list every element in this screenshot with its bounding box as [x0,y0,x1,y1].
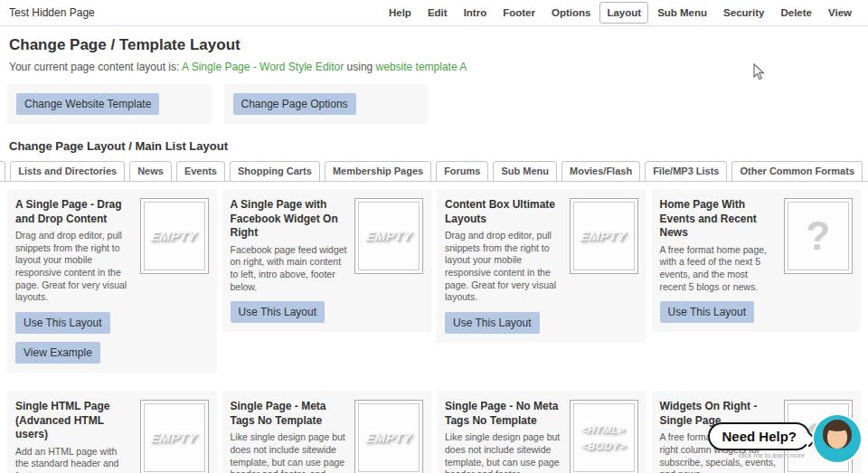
layout-card-title: Home Page With Events and Recent News [660,198,778,241]
change-template-panel: Change Website Template [7,84,212,124]
help-widget: Need Help? click me to learn more [689,415,861,468]
thumbnail-label: <BODY> [580,438,627,454]
layout-thumbnail: EMPTY [570,198,638,274]
layout-card-a-single-page-drag-and-drop-content: A Single Page - Drag and Drop Content Dr… [7,189,217,373]
tab-movies-flash[interactable]: Movies/Flash [561,161,640,181]
top-nav-item-delete[interactable]: Delete [773,2,819,24]
category-tabs: Single PagesPhoto GalleriesLists and Dir… [0,161,868,182]
need-help-label: Need Help? [722,429,797,444]
tab-events[interactable]: Events [176,161,225,181]
tab-shopping-carts[interactable]: Shopping Carts [230,161,320,181]
current-layout-line: Your current page content layout is: A S… [9,61,859,73]
layout-card-description: Like single design page but does not inc… [231,431,348,473]
help-sub-text: click me to learn more [739,451,805,459]
layout-thumbnail: EMPTY [140,400,209,473]
layout-card-body: A Single Page - Drag and Drop Content Dr… [15,198,133,364]
thumbnail-label: EMPTY [580,229,627,243]
tab-lists-and-directories[interactable]: Lists and Directories [10,161,125,181]
change-options-panel: Change Page Options [224,84,429,124]
change-website-template-button[interactable]: Change Website Template [16,93,159,115]
layout-thumbnail-image: EMPTY [358,202,420,270]
thumbnail-label: EMPTY [365,229,412,243]
top-nav-item-layout[interactable]: Layout [599,2,648,24]
page-title: Test Hidden Page [9,6,95,19]
layout-card-body: Single Page - No Meta Tags No Template L… [445,400,562,473]
tab-sub-menu[interactable]: Sub Menu [493,161,557,181]
layout-card-single-html-page-advanced-html-users: Single HTML Page (Advanced HTML users) A… [7,391,217,473]
layout-card-description: A free format home page, with a feed of … [660,244,778,294]
layout-card-content-box-ultimate-layouts: Content Box Ultimate Layouts Drag and dr… [437,189,646,343]
use-this-layout-button[interactable]: Use This Layout [445,312,540,334]
layout-thumbnail-image: EMPTY [144,202,205,270]
thumbnail-label: <HTML> [580,421,626,438]
layout-thumbnail-image: EMPTY [144,403,205,472]
layout-card-buttons: Use This Layout [445,312,562,334]
layout-thumbnail: EMPTY [354,198,423,274]
top-nav: HelpEditIntroFooterOptionsLayoutSub Menu… [382,2,859,24]
layout-card-single-page-no-meta-tags-no-template: Single Page - No Meta Tags No Template L… [437,391,646,473]
layout-card-a-single-page-with-facebook-widget-on-right: A Single Page with Facebook Widget On Ri… [222,189,432,332]
change-page-options-button[interactable]: Change Page Options [233,93,356,115]
layout-card-body: Single Page - Meta Tags No Template Like… [231,400,348,473]
layout-thumbnail-image: EMPTY [573,202,635,270]
layout-card-body: Home Page With Events and Recent News A … [660,198,778,323]
thumbnail-label: EMPTY [150,430,197,445]
current-layout-link[interactable]: A Single Page - Word Style Editor [182,61,344,73]
layout-card-buttons: Use This Layout [231,301,348,323]
tab-file-mp3-lists[interactable]: File/MP3 Lists [645,161,727,181]
tab-other-common-formats[interactable]: Other Common Formats [731,161,863,181]
thumbnail-label: ? [806,213,830,259]
layout-thumbnail-image: EMPTY [358,403,420,472]
layout-card-body: Single HTML Page (Advanced HTML users) A… [15,400,133,473]
layout-card-title: A Single Page with Facebook Widget On Ri… [231,198,348,241]
top-nav-item-view[interactable]: View [821,2,859,24]
layout-card-title: Content Box Ultimate Layouts [445,198,562,226]
top-nav-item-options[interactable]: Options [544,2,598,24]
layout-card-description: Drag and drop editor, pull snippets from… [15,230,133,304]
current-layout-mid: using [344,61,375,73]
avatar-fringe-icon [826,422,849,431]
layout-card-description: Drag and drop editor, pull snippets from… [445,230,562,304]
current-layout-prefix: Your current page content layout is: [9,61,182,73]
use-this-layout-button[interactable]: Use This Layout [231,301,326,323]
heading-change-page-template-layout: Change Page / Template Layout [9,36,859,54]
layout-card-title: A Single Page - Drag and Drop Content [15,198,133,226]
layout-thumbnail: ? [784,198,853,274]
layout-card-description: Add an HTML page with the standard heade… [15,446,133,473]
view-example-button[interactable]: View Example [15,342,100,364]
top-nav-item-sub-menu[interactable]: Sub Menu [650,2,714,24]
need-help-bubble[interactable]: Need Help? [708,422,810,450]
use-this-layout-button[interactable]: Use This Layout [15,312,110,334]
layout-card-title: Single Page - Meta Tags No Template [231,400,348,428]
top-nav-item-footer[interactable]: Footer [495,2,542,24]
thumbnail-label: EMPTY [150,229,197,243]
tab-news[interactable]: News [129,161,172,181]
layout-thumbnail: EMPTY [140,198,209,274]
layout-card-description: Like single design page but does not inc… [445,431,562,473]
layout-thumbnail-image: ? [788,202,849,270]
use-this-layout-button[interactable]: Use This Layout [660,301,755,323]
help-avatar[interactable] [814,415,861,462]
layout-thumbnail-image: <HTML><BODY> [573,403,635,472]
layout-thumbnail: <HTML><BODY> [570,400,638,473]
layout-card-buttons: Use This Layout [660,301,778,323]
tab-photo-galleries[interactable]: Photo Galleries [0,161,5,181]
layout-card-body: Content Box Ultimate Layouts Drag and dr… [445,198,562,334]
layout-card-home-page-with-events-and-recent-news: Home Page With Events and Recent News A … [652,189,862,332]
top-nav-item-security[interactable]: Security [716,2,771,24]
top-nav-item-help[interactable]: Help [382,2,419,24]
tab-forums[interactable]: Forums [436,161,488,181]
top-nav-item-edit[interactable]: Edit [420,2,455,24]
thumbnail-label: EMPTY [365,430,412,445]
action-panel-row: Change Website Template Change Page Opti… [0,84,868,124]
layout-card-body: A Single Page with Facebook Widget On Ri… [231,198,348,323]
top-bar: Test Hidden Page HelpEditIntroFooterOpti… [0,0,868,26]
layout-card-description: Facebook page feed widget on right, with… [231,244,348,294]
top-nav-item-intro[interactable]: Intro [457,2,495,24]
heading-change-page-layout: Change Page Layout / Main List Layout [9,139,859,153]
layout-card-title: Single Page - No Meta Tags No Template [445,400,562,428]
tab-membership-pages[interactable]: Membership Pages [325,161,431,181]
layout-card-buttons: Use This LayoutView Example [15,312,133,364]
current-template-link[interactable]: website template A [376,61,467,73]
layout-card-single-page-meta-tags-no-template: Single Page - Meta Tags No Template Like… [222,391,432,473]
